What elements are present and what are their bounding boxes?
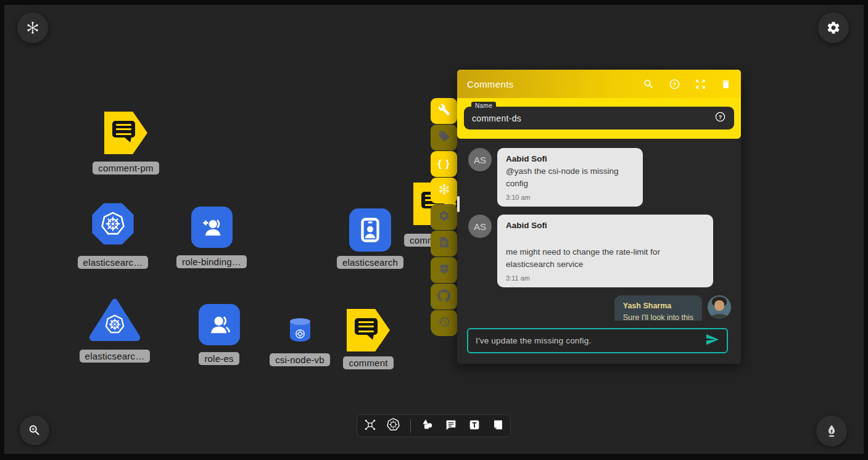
gear-icon <box>438 210 450 224</box>
send-icon[interactable] <box>705 332 719 349</box>
node-label: elasticsearc… <box>80 350 151 363</box>
note-icon <box>491 418 505 434</box>
zoom-in-icon <box>28 424 41 437</box>
comments-panel-header[interactable]: Comments ? <box>457 70 741 98</box>
comment-tool-button[interactable] <box>440 417 461 435</box>
wrench-tool-button[interactable] <box>431 98 457 124</box>
message-bubble: Aabid Sofi me might need to change the r… <box>497 215 713 287</box>
history-icon <box>438 316 450 331</box>
comment-node-icon <box>104 112 147 154</box>
node-elasticsearch-serviceaccount[interactable]: elasticsearch <box>327 208 413 269</box>
pen-nib-icon <box>824 424 839 438</box>
node-label: csi-node-vb <box>270 353 330 366</box>
gear-tool-button[interactable] <box>431 204 457 230</box>
comment-icon <box>444 418 458 434</box>
zoom-button[interactable] <box>20 416 49 445</box>
message-time: 3:10 am <box>506 194 634 201</box>
delete-icon[interactable] <box>721 78 731 90</box>
kubernetes-octagon-icon <box>91 202 134 245</box>
settings-button[interactable] <box>818 12 849 43</box>
name-section: Name ? <box>457 98 741 139</box>
role-binding-icon <box>191 207 233 248</box>
panel-side-toolbar: { } <box>431 98 457 336</box>
comment-node-icon <box>347 309 390 351</box>
text-icon <box>468 418 481 434</box>
message-author: Aabid Sofi <box>506 221 705 230</box>
flower-tool-button[interactable] <box>431 178 457 203</box>
scrollbar-thumb[interactable] <box>457 196 460 212</box>
service-account-icon <box>349 208 391 252</box>
node-comment[interactable]: comment <box>325 309 411 369</box>
message-author: Aabid Sofi <box>506 154 634 163</box>
node-elasticsearch-octagon[interactable]: elasticsearc… <box>70 202 156 269</box>
node-label: role-es <box>199 352 239 365</box>
node-label: role-binding… <box>176 255 247 268</box>
search-icon[interactable] <box>643 78 655 90</box>
comments-panel: Comments ? Name ? <box>457 70 741 364</box>
text-tool-button[interactable] <box>464 417 485 435</box>
avatar: AS <box>468 148 492 171</box>
note-tool-button[interactable] <box>487 417 508 435</box>
node-role-es[interactable]: role-es <box>176 304 262 365</box>
braces-tool-button[interactable]: { } <box>431 151 457 177</box>
node-comment-pm[interactable]: comment-pm <box>83 112 169 175</box>
svg-text:?: ? <box>719 114 722 120</box>
svg-text:?: ? <box>673 81 677 87</box>
braces-icon: { } <box>438 158 450 170</box>
role-icon <box>199 304 240 345</box>
message-row: AS Aabid Sofi me might need to change th… <box>468 215 731 287</box>
node-label: comment-pm <box>93 162 159 175</box>
toolbar-divider <box>410 419 411 433</box>
shapes-icon <box>420 417 434 434</box>
history-tool-button[interactable] <box>431 310 457 336</box>
shield-icon <box>438 263 450 277</box>
help-icon[interactable]: ? <box>669 78 680 90</box>
kubernetes-triangle-icon <box>88 298 142 341</box>
comment-input-box[interactable] <box>467 328 728 353</box>
message-author: Yash Sharma <box>623 302 693 310</box>
node-label: comment <box>343 356 393 369</box>
node-label: elasticsearch <box>337 256 403 269</box>
name-field-label: Name <box>471 102 496 110</box>
message-bubble: Aabid Sofi @yash the csi-node is missing… <box>497 148 643 207</box>
flower-icon <box>437 183 451 199</box>
message-text: @yash the csi-node is missing config <box>506 165 634 189</box>
fullscreen-icon[interactable] <box>695 78 706 90</box>
shield-tool-button[interactable] <box>431 257 457 283</box>
csi-node-icon <box>290 319 310 342</box>
kubernetes-tool-button[interactable] <box>383 417 404 435</box>
message-text: me might need to change the rate-limit f… <box>506 246 705 270</box>
message-row: Yash Sharma Sure I'll look into this 3:2… <box>468 295 731 321</box>
shapes-tool-button[interactable] <box>417 417 438 435</box>
pen-tool-button[interactable] <box>816 416 847 446</box>
name-field[interactable]: Name ? <box>464 107 734 129</box>
message-row: AS Aabid Sofi @yash the csi-node is miss… <box>468 148 731 207</box>
github-icon <box>437 289 450 305</box>
flow-graph-icon <box>363 418 377 434</box>
kubernetes-icon <box>386 417 400 434</box>
name-input[interactable] <box>472 113 714 123</box>
doc-search-tool-button[interactable] <box>431 231 457 257</box>
gear-icon <box>826 20 841 35</box>
node-role-binding[interactable]: role-binding… <box>168 207 255 268</box>
wrench-icon <box>438 104 450 118</box>
shapes-toolbar <box>357 414 511 437</box>
github-tool-button[interactable] <box>431 284 457 310</box>
message-text: Sure I'll look into this <box>623 312 693 321</box>
comment-composer <box>457 321 741 364</box>
message-time: 3:11 am <box>506 274 705 282</box>
tag-tool-button[interactable] <box>431 125 457 150</box>
meshery-flower-icon <box>25 20 40 35</box>
logo-button[interactable] <box>17 12 48 43</box>
app-window: comment-pm elasticsearc… <box>0 0 868 460</box>
node-label: elasticsearc… <box>78 256 149 269</box>
field-help-icon[interactable]: ? <box>714 111 726 125</box>
message-list[interactable]: AS Aabid Sofi @yash the csi-node is miss… <box>457 139 741 321</box>
node-elasticsearch-triangle[interactable]: elasticsearc… <box>72 298 158 363</box>
panel-title: Comments <box>467 79 514 89</box>
avatar: AS <box>468 215 492 238</box>
doc-search-icon <box>438 236 450 251</box>
user-photo-avatar <box>708 295 731 319</box>
comment-input[interactable] <box>476 336 705 345</box>
flow-graph-tool-button[interactable] <box>360 417 381 435</box>
